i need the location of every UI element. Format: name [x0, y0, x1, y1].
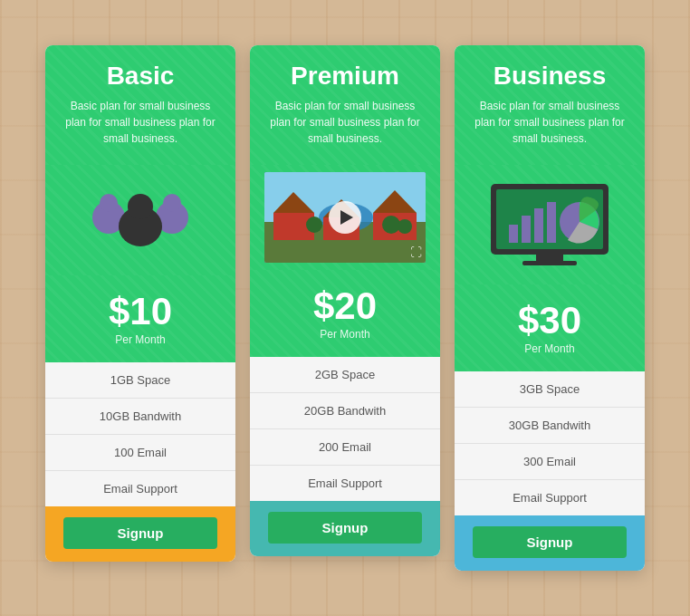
card-premium-footer: Signup [250, 501, 440, 556]
card-business-desc: Basic plan for small business plan for s… [469, 98, 630, 147]
card-basic-title: Basic [60, 62, 221, 91]
svg-rect-23 [522, 216, 531, 243]
card-business-period: Per Month [462, 342, 637, 355]
card-business-features: 3GB Space 30GB Bandwith 300 Email Email … [455, 371, 645, 515]
card-business: Business Basic plan for small business p… [455, 45, 645, 571]
card-premium-amount: $20 [257, 284, 433, 328]
card-business-header: Business Basic plan for small business p… [455, 45, 645, 165]
card-basic-period: Per Month [53, 333, 228, 346]
feature-business-2: 300 Email [455, 444, 645, 480]
card-basic-footer: Signup [45, 506, 235, 562]
card-business-title: Business [469, 62, 630, 91]
video-thumbnail[interactable]: ⛶ [264, 172, 426, 263]
feature-business-3: Email Support [455, 480, 645, 515]
card-premium-title: Premium [264, 62, 426, 91]
feature-business-1: 30GB Bandwith [455, 408, 645, 444]
monitor-chart-icon [482, 179, 618, 270]
feature-premium-1: 20GB Bandwith [250, 393, 440, 429]
feature-premium-2: 200 Email [250, 429, 440, 466]
card-premium-image: ⛶ [250, 165, 440, 270]
signup-premium-button[interactable]: Signup [268, 512, 422, 544]
feature-business-0: 3GB Space [455, 371, 645, 408]
svg-rect-20 [536, 255, 563, 262]
card-business-footer: Signup [455, 515, 645, 571]
people-icon [77, 179, 204, 261]
card-basic-features: 1GB Space 10GB Bandwith 100 Email Email … [45, 362, 235, 506]
card-basic-amount: $10 [53, 290, 228, 333]
feature-basic-3: Email Support [45, 471, 235, 506]
card-business-amount: $30 [462, 299, 637, 342]
feature-premium-3: Email Support [250, 466, 440, 501]
signup-basic-button[interactable]: Signup [63, 517, 217, 549]
svg-rect-22 [509, 225, 518, 243]
card-business-price: $30 Per Month [455, 284, 645, 371]
feature-basic-2: 100 Email [45, 435, 235, 471]
card-basic-image [45, 165, 235, 275]
card-premium-header: Premium Basic plan for small business pl… [250, 45, 440, 165]
feature-premium-0: 2GB Space [250, 357, 440, 393]
pricing-container: Basic Basic plan for small business plan… [18, 9, 672, 607]
card-basic-header: Basic Basic plan for small business plan… [45, 45, 235, 165]
card-premium-price: $20 Per Month [250, 270, 440, 357]
card-premium-desc: Basic plan for small business plan for s… [264, 98, 426, 147]
feature-basic-0: 1GB Space [45, 362, 235, 399]
card-basic-desc: Basic plan for small business plan for s… [60, 98, 221, 147]
play-button[interactable] [329, 201, 361, 234]
card-premium-period: Per Month [257, 328, 433, 341]
card-basic-price: $10 Per Month [45, 275, 235, 362]
svg-point-15 [382, 216, 400, 234]
svg-rect-21 [522, 261, 577, 265]
card-business-image [455, 165, 645, 284]
card-premium: Premium Basic plan for small business pl… [250, 45, 440, 556]
signup-business-button[interactable]: Signup [473, 526, 627, 558]
card-basic: Basic Basic plan for small business plan… [45, 45, 235, 562]
svg-point-1 [100, 194, 118, 212]
svg-point-5 [128, 194, 153, 219]
expand-icon[interactable]: ⛶ [410, 245, 422, 259]
feature-basic-1: 10GB Bandwith [45, 399, 235, 435]
svg-point-17 [306, 217, 322, 233]
svg-point-3 [163, 194, 181, 212]
svg-rect-25 [547, 202, 556, 243]
svg-point-16 [398, 219, 412, 234]
card-premium-features: 2GB Space 20GB Bandwith 200 Email Email … [250, 357, 440, 501]
svg-rect-24 [534, 208, 543, 243]
